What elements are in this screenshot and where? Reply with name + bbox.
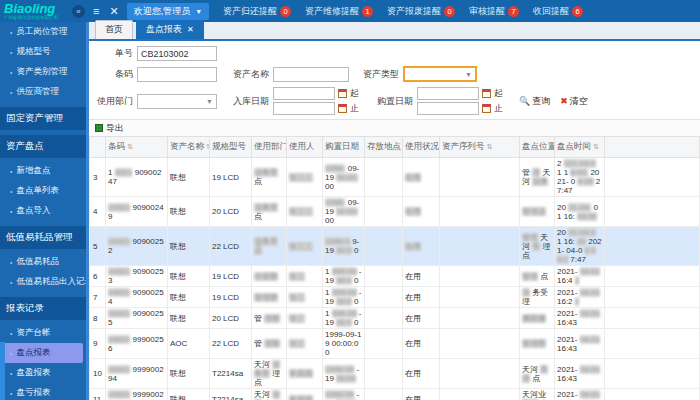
column-header[interactable]: 资产序列号 ⇅ xyxy=(440,137,520,158)
cell-text: 联想 xyxy=(170,395,186,400)
asset-type-select[interactable]: ▼ xyxy=(403,66,477,82)
calendar-icon[interactable] xyxy=(338,104,347,113)
redacted-text: 999-09 xyxy=(332,267,357,276)
sort-icon[interactable]: ⇅ xyxy=(485,143,493,150)
sort-icon[interactable]: ⇅ xyxy=(125,143,133,150)
barcode-input[interactable] xyxy=(137,67,217,82)
cell-text: 19 LCD xyxy=(212,272,239,281)
close-icon[interactable]: ✕ xyxy=(107,5,120,18)
sidebar-item[interactable]: •盘亏报表 xyxy=(0,383,86,400)
redacted-text: 1999-09 xyxy=(325,390,354,399)
sort-icon[interactable]: ⇅ xyxy=(204,143,210,150)
sidebar-section-header[interactable]: 报表记录 xyxy=(0,297,86,320)
cell-text: 在用 xyxy=(405,293,421,302)
sidebar-item[interactable]: •规格型号 xyxy=(0,42,86,62)
user-welcome-dropdown[interactable]: 欢迎您,管理员 ▼ xyxy=(127,3,209,20)
table-cell: 10021 90900249 xyxy=(106,197,168,227)
purchase-date-from-input[interactable] xyxy=(417,87,479,100)
sidebar-item[interactable]: •资产台帐 xyxy=(0,323,86,343)
sidebar-item[interactable]: •资产类别管理 xyxy=(0,62,86,82)
welcome-text: 欢迎您,管理员 xyxy=(134,5,191,18)
sidebar-section-header[interactable]: 固定资产管理 xyxy=(0,107,86,130)
dept-select[interactable]: ▼ xyxy=(137,94,217,109)
sidebar-item[interactable]: •盘点导入 xyxy=(0,201,86,221)
logo-subtitle: 广州标领信息科技有限公司 xyxy=(4,15,58,20)
sidebar-item[interactable]: •低值易耗品 xyxy=(0,252,86,272)
cell-text: 0 xyxy=(354,246,358,255)
table-cell xyxy=(365,359,403,389)
tab-item[interactable]: 首页 xyxy=(95,20,133,39)
sidebar-item[interactable]: •盘点报表 xyxy=(0,343,83,363)
redacted-text: 0021 xyxy=(115,168,133,177)
table-row[interactable]: 31 0021 90900247 联想 19 LCD 业务受 点 张三三 199… xyxy=(90,158,700,197)
table-cell xyxy=(605,197,700,227)
cell-text: 点 xyxy=(254,177,262,186)
table-row[interactable]: 910021 99900256 AOC 22 LCD 管 理部 张三 1999-… xyxy=(90,329,700,359)
cell-text: 在用 xyxy=(405,339,421,348)
sidebar-item[interactable]: •新增盘点 xyxy=(0,161,86,181)
bullet-icon: • xyxy=(10,29,12,36)
table-cell: 李四四 xyxy=(287,359,323,389)
table-cell: 10021 90900252 xyxy=(106,227,168,266)
table-row[interactable]: 810021 90900255 联想 20 LCD 管 理部 张三 1 999-… xyxy=(90,308,700,329)
table-cell xyxy=(440,197,520,227)
table-row[interactable]: 410021 90900249 联想 20 LCD 业务受 点 张三三 1999… xyxy=(90,197,700,227)
table-cell: 20 LCD xyxy=(210,308,252,329)
inbound-date-to-input[interactable] xyxy=(273,102,335,115)
sidebar-collapse-icon[interactable]: « xyxy=(72,5,85,18)
column-header[interactable]: 条码 ⇅ xyxy=(106,137,168,158)
sidebar-item[interactable]: •供应商管理 xyxy=(0,82,86,102)
sort-icon[interactable]: ⇅ xyxy=(591,143,599,150)
table-row[interactable]: 610021 90900253 联想 19 LCD 仓管部 张三 1 999-0… xyxy=(90,266,700,287)
notification-item[interactable]: 资产维修提醒1 xyxy=(305,5,373,18)
notification-label: 资产归还提醒 xyxy=(223,5,277,18)
table-row[interactable]: 1110021 999900295 联想 T2214sa 天河 业务 点 李四四… xyxy=(90,389,700,400)
table-cell: 天河 业务受 理点 xyxy=(252,359,287,389)
cell-text: 天河业 xyxy=(522,390,546,399)
calendar-icon[interactable] xyxy=(482,104,491,113)
tab-active[interactable]: 盘点报表✕ xyxy=(136,20,204,39)
column-header: 购置日期 xyxy=(323,137,365,158)
clear-button[interactable]: ✖ 清空 xyxy=(560,95,588,108)
sidebar-item[interactable]: •低值易耗品出入记录 xyxy=(0,272,86,292)
table-cell xyxy=(365,287,403,308)
sidebar-section-header[interactable]: 资产盘点 xyxy=(0,135,86,158)
notification-item[interactable]: 资产归还提醒0 xyxy=(223,5,291,18)
sidebar-item[interactable]: •员工岗位管理 xyxy=(0,22,86,42)
from-label: 起 xyxy=(350,87,359,100)
asset-name-input[interactable] xyxy=(273,67,349,82)
notification-item[interactable]: 审核提醒7 xyxy=(469,5,519,18)
redacted-text: 理部 xyxy=(264,339,280,348)
cell-text: 在用 xyxy=(405,395,421,400)
column-header[interactable]: 盘点位置 ⇅ xyxy=(520,137,555,158)
app-logo[interactable]: Biaoling 广州标领信息科技有限公司 xyxy=(4,2,64,20)
search-button[interactable]: 🔍 查询 xyxy=(519,95,550,108)
column-header[interactable]: 使用部门 ⇅ xyxy=(252,137,287,158)
purchase-date-to-input[interactable] xyxy=(417,102,479,115)
inbound-date-from-input[interactable] xyxy=(273,87,335,100)
table-cell xyxy=(605,287,700,308)
calendar-icon[interactable] xyxy=(338,89,347,98)
redacted-text: 21-04-0 xyxy=(568,228,596,237)
redacted-text: 在用 xyxy=(405,242,421,251)
hamburger-menu-icon[interactable]: ≡ xyxy=(91,5,101,17)
sidebar-item[interactable]: •盘盈报表 xyxy=(0,363,86,383)
sidebar-section-header[interactable]: 低值易耗品管理 xyxy=(0,226,86,249)
sidebar-scrollbar[interactable] xyxy=(0,342,5,400)
table-cell: T2214sa xyxy=(210,359,252,389)
column-header[interactable]: 资产名称 ⇅ xyxy=(168,137,210,158)
notification-item[interactable]: 收回提醒6 xyxy=(533,5,583,18)
column-header[interactable]: 盘点时间 ⇅ xyxy=(555,137,605,158)
sidebar-item-label: 规格型号 xyxy=(16,46,50,58)
table-row[interactable]: 710021 90900254 联想 19 LCD 管理部 张三 1 999-0… xyxy=(90,287,700,308)
table-cell xyxy=(365,308,403,329)
tab-close-icon[interactable]: ✕ xyxy=(187,25,194,34)
sidebar-item[interactable]: •盘点单列表 xyxy=(0,181,86,201)
notification-item[interactable]: 资产报废提醒0 xyxy=(387,5,455,18)
order-no-input[interactable] xyxy=(137,46,217,61)
calendar-icon[interactable] xyxy=(482,89,491,98)
table-row[interactable]: 510021 90900252 联想 22 LCD 业务受点 张三三 1999-… xyxy=(90,227,700,266)
export-button[interactable]: 导出 xyxy=(95,122,124,135)
table-row[interactable]: 1010021 999900294 联想 T2214sa 天河 业务受 理点 李… xyxy=(90,359,700,389)
cell-text: 管 xyxy=(254,314,262,323)
